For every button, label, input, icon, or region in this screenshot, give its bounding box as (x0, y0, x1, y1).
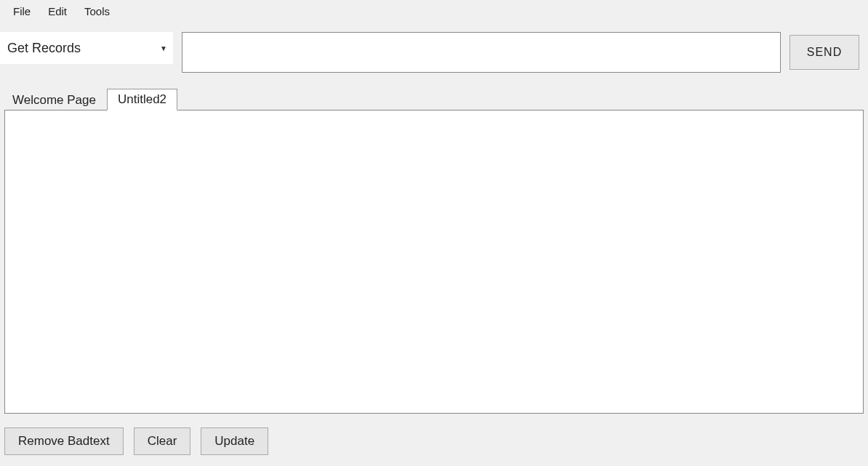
action-row: Get Records ▼ SEND (0, 22, 868, 77)
menu-tools[interactable]: Tools (76, 2, 118, 20)
tab-strip: Welcome Page Untitled2 (0, 89, 868, 111)
content-area (4, 110, 864, 414)
menu-edit[interactable]: Edit (39, 2, 76, 20)
menu-bar: File Edit Tools (0, 0, 868, 22)
clear-button[interactable]: Clear (134, 427, 191, 455)
bottom-button-row: Remove Badtext Clear Update (0, 414, 868, 459)
remove-badtext-button[interactable]: Remove Badtext (4, 427, 124, 455)
content-textarea[interactable] (5, 111, 863, 413)
tab-untitled2[interactable]: Untitled2 (107, 89, 177, 111)
update-button[interactable]: Update (201, 427, 268, 455)
menu-file[interactable]: File (4, 2, 39, 20)
query-input[interactable] (182, 32, 781, 73)
chevron-down-icon: ▼ (160, 44, 167, 52)
command-combo[interactable]: Get Records ▼ (0, 32, 173, 64)
command-combo-selected: Get Records (7, 41, 81, 56)
tab-welcome-page[interactable]: Welcome Page (1, 89, 107, 111)
send-button[interactable]: SEND (789, 35, 859, 70)
